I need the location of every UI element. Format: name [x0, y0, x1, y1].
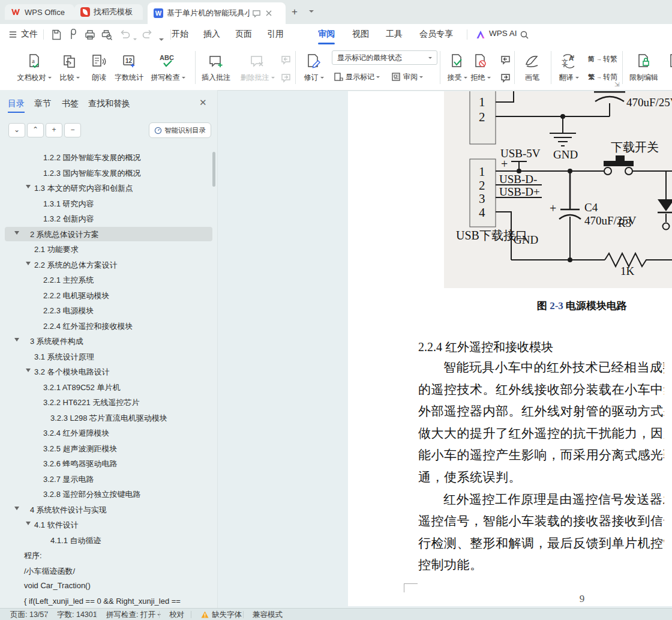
- clipped-ribbon-button[interactable]: 文: [664, 51, 672, 83]
- toc-collapse-arrow-icon[interactable]: [14, 507, 19, 510]
- output-pdf-icon[interactable]: [67, 29, 79, 41]
- toc-item[interactable]: 3.2.8 遥控部分独立按键电路: [0, 487, 215, 502]
- read-aloud-button[interactable]: 朗读: [86, 51, 112, 83]
- toc-item[interactable]: 2 系统总体设计方案: [0, 227, 215, 242]
- menu-tab-1[interactable]: 插入: [203, 29, 220, 40]
- toc-item[interactable]: 1.3 本文的研究内容和创新点: [0, 181, 215, 196]
- search-icon[interactable]: [520, 30, 529, 40]
- traditional-to-simplified-button[interactable]: 繁→ 转简: [588, 70, 617, 84]
- show-markup-button[interactable]: 显示标记: [334, 70, 380, 84]
- toc-item[interactable]: 4.1.1 自动循迹: [0, 533, 215, 549]
- close-tab-icon[interactable]: [265, 9, 273, 17]
- compare-button[interactable]: 比较: [55, 51, 84, 83]
- toc-item[interactable]: 3.2.6 蜂鸣器驱动电路: [0, 456, 215, 472]
- file-menu[interactable]: 文件: [21, 29, 38, 40]
- toc-collapse-arrow-icon[interactable]: [26, 522, 31, 525]
- spell-check-status[interactable]: 拼写检查: 打开: [106, 610, 161, 620]
- wps-ai-logo-icon[interactable]: [475, 29, 486, 40]
- tab-docer-templates[interactable]: 找稻壳模板: [74, 4, 143, 20]
- sidebar-tab-chapters[interactable]: 章节: [34, 98, 51, 109]
- toc-item[interactable]: 1.3.1 研究内容: [0, 196, 215, 212]
- simplified-to-traditional-button[interactable]: 简→ 转繁: [588, 52, 617, 66]
- hamburger-menu-icon[interactable]: [8, 30, 17, 39]
- print-icon[interactable]: [84, 29, 96, 41]
- toc-item[interactable]: /小车循迹函数/: [0, 564, 215, 579]
- toc-collapse-arrow-icon[interactable]: [26, 369, 31, 372]
- toc-item[interactable]: 程序:: [0, 548, 215, 564]
- missing-font-warning[interactable]: 缺失字体: [212, 610, 242, 620]
- tab-active-document[interactable]: W 基于单片机的智能玩具小车的: [148, 2, 286, 24]
- toc-item[interactable]: 3.2.2 HT6221 无线遥控芯片: [0, 395, 215, 411]
- menu-tab-7[interactable]: 会员专享: [419, 29, 453, 40]
- toc-item[interactable]: 2.2.4 红外遥控和接收模块: [0, 319, 215, 334]
- toc-item[interactable]: 2.2.3 电源模块: [0, 303, 215, 319]
- toc-item[interactable]: 1.2.3 国内智能车发展的概况: [0, 166, 215, 181]
- toc-item[interactable]: 2.2.1 主控系统: [0, 272, 215, 288]
- insert-comment-button[interactable]: 插入批注: [198, 51, 234, 83]
- review-pane-button[interactable]: 审阅: [391, 70, 423, 84]
- circuit-label: 1K: [620, 265, 634, 278]
- spell-check-button[interactable]: ABC 拼写检查: [149, 51, 187, 83]
- toc-item[interactable]: 2.2.2 电机驱动模块: [0, 288, 215, 304]
- toolbar-more-chevron-icon[interactable]: [157, 34, 164, 44]
- group-expand-icon[interactable]: ⇲: [614, 81, 620, 87]
- close-sidebar-icon[interactable]: ✕: [199, 97, 207, 108]
- toc-item[interactable]: { if(Left_xunji_led == 0 && Right_xunji_…: [0, 594, 215, 609]
- toc-item[interactable]: 1.3.2 创新内容: [0, 211, 215, 227]
- circuit-label: 下载开关: [611, 139, 659, 155]
- doc-proof-button[interactable]: a 文档校对: [16, 51, 52, 83]
- next-change-icon[interactable]: [499, 71, 512, 83]
- toc-item[interactable]: 3.2 各个模块电路设计: [0, 364, 215, 380]
- collapse-toc-button[interactable]: ⌄: [8, 123, 25, 137]
- toc-item-label: 3.2 各个模块电路设计: [34, 367, 110, 378]
- toc-item[interactable]: 2.1 功能要求: [0, 242, 215, 257]
- menu-tab-0[interactable]: 开始: [172, 29, 188, 40]
- comment-bubble-icon[interactable]: [252, 9, 261, 18]
- reject-change-button[interactable]: 拒绝: [465, 51, 496, 83]
- toc-item[interactable]: 4 系统软件设计与实现: [0, 502, 215, 518]
- toc-item[interactable]: 1.2.2 国外智能车发展的概况: [0, 150, 215, 166]
- toc-collapse-arrow-icon[interactable]: [14, 231, 19, 235]
- wps-ai-menu[interactable]: WPS AI: [489, 29, 517, 38]
- toc-item[interactable]: 3.2.1 AT89C52 单片机: [0, 380, 215, 396]
- tab-list-chevron-icon[interactable]: [307, 5, 314, 17]
- markup-state-select[interactable]: 显示标记的最终状态: [332, 50, 437, 65]
- word-count-button[interactable]: 12 字数统计: [112, 51, 146, 83]
- tab-wps-office[interactable]: WPS Office: [5, 4, 74, 20]
- toc-collapse-arrow-icon[interactable]: [26, 262, 31, 265]
- sidebar-tab-bookmarks[interactable]: 书签: [62, 98, 79, 109]
- toc-item[interactable]: 3.1 系统设计原理: [0, 349, 215, 365]
- zoom-in-toc-button[interactable]: +: [46, 123, 62, 137]
- sidebar-tab-toc[interactable]: 目录: [8, 98, 25, 109]
- pen-button[interactable]: 画笔: [518, 51, 547, 83]
- toc-item[interactable]: 3.2.5 超声波测距模块: [0, 441, 215, 457]
- toc-item[interactable]: 2.2 系统的总体方案设计: [0, 257, 215, 273]
- save-icon[interactable]: [50, 29, 62, 41]
- new-tab-button[interactable]: +: [292, 6, 298, 18]
- menu-tab-5[interactable]: 视图: [352, 29, 369, 40]
- toc-item[interactable]: 3.2.4 红外避障模块: [0, 426, 215, 441]
- previous-change-icon[interactable]: [499, 53, 512, 65]
- toc-item[interactable]: 3 系统硬件构成: [0, 334, 215, 349]
- print-preview-icon[interactable]: [101, 29, 113, 41]
- toc-item[interactable]: void Car_Traction(): [0, 579, 215, 594]
- proofread-button[interactable]: 校对: [169, 610, 184, 620]
- menu-tab-2[interactable]: 页面: [235, 29, 252, 40]
- toc-item[interactable]: 3.2.7 显示电路: [0, 472, 215, 487]
- restrict-edit-button[interactable]: 限制编辑: [626, 51, 661, 83]
- sidebar-scrollbar[interactable]: [212, 152, 215, 187]
- translate-button[interactable]: 文A 翻译: [555, 51, 583, 83]
- toc-item[interactable]: 4.1 软件设计: [0, 517, 215, 533]
- zoom-out-toc-button[interactable]: −: [64, 123, 81, 137]
- menu-tab-3[interactable]: 引用: [267, 29, 284, 40]
- toc-item[interactable]: 3.2.3 L298 芯片直流电机驱动模块: [0, 411, 215, 426]
- sidebar-tab-find-replace[interactable]: 查找和替换: [88, 98, 130, 109]
- expand-toc-button[interactable]: ⌃: [27, 123, 44, 137]
- toc-collapse-arrow-icon[interactable]: [14, 338, 19, 342]
- document-page[interactable]: 12470uF/25VGND下载开关USB-5V+1234USB-D-USB-D…: [348, 91, 672, 606]
- menu-tab-6[interactable]: 工具: [386, 29, 403, 40]
- smart-toc-button[interactable]: 智能识别目录: [149, 122, 211, 138]
- track-changes-button[interactable]: 修订: [300, 51, 328, 83]
- toc-collapse-arrow-icon[interactable]: [26, 185, 31, 188]
- menu-tab-4[interactable]: 审阅: [318, 29, 335, 40]
